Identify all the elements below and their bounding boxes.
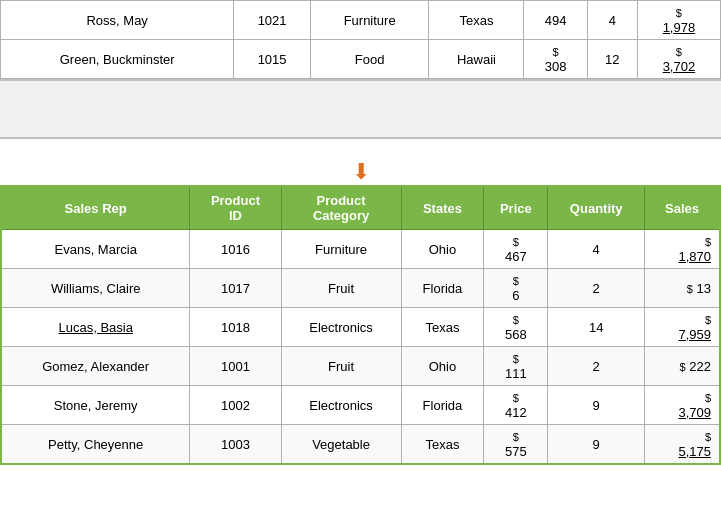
header-price: Price bbox=[484, 186, 548, 230]
state-cell: Ohio bbox=[401, 230, 484, 269]
header-product-id: ProductID bbox=[190, 186, 281, 230]
sales-cell: $ 13 bbox=[645, 269, 720, 308]
product-category-cell: Vegetable bbox=[281, 425, 401, 465]
table-row: Lucas, Basia1018ElectronicsTexas$56814$7… bbox=[1, 308, 720, 347]
price-cell: $308 bbox=[524, 40, 587, 79]
header-label-section bbox=[0, 139, 721, 157]
product-category-cell: Fruit bbox=[281, 347, 401, 386]
sales-rep-cell: Green, Buckminster bbox=[1, 40, 234, 79]
sales-cell: $1,870 bbox=[645, 230, 720, 269]
product-id-cell: 1003 bbox=[190, 425, 281, 465]
sales-cell: $5,175 bbox=[645, 425, 720, 465]
header-states: States bbox=[401, 186, 484, 230]
header-sales-rep: Sales Rep bbox=[1, 186, 190, 230]
price-cell: $111 bbox=[484, 347, 548, 386]
product-id-cell: 1016 bbox=[190, 230, 281, 269]
product-category-cell: Furniture bbox=[310, 1, 429, 40]
product-category-cell: Furniture bbox=[281, 230, 401, 269]
header-sales: Sales bbox=[645, 186, 720, 230]
state-cell: Texas bbox=[429, 1, 524, 40]
sales-rep-cell: Lucas, Basia bbox=[1, 308, 190, 347]
sales-cell: $3,709 bbox=[645, 386, 720, 425]
price-cell: $6 bbox=[484, 269, 548, 308]
arrow-down-icon: ⬇ bbox=[352, 159, 370, 184]
sales-cell: $7,959 bbox=[645, 308, 720, 347]
product-id-cell: 1015 bbox=[234, 40, 310, 79]
product-category-cell: Food bbox=[310, 40, 429, 79]
sales-rep-cell: Gomez, Alexander bbox=[1, 347, 190, 386]
arrow-container: ⬇ bbox=[0, 157, 721, 185]
header-row: Sales RepProductIDProductCategoryStatesP… bbox=[1, 186, 720, 230]
quantity-cell: 12 bbox=[587, 40, 637, 79]
sales-rep-cell: Evans, Marcia bbox=[1, 230, 190, 269]
state-cell: Florida bbox=[401, 386, 484, 425]
product-id-cell: 1001 bbox=[190, 347, 281, 386]
sales-cell: $1,978 bbox=[637, 1, 720, 40]
sales-rep-cell: Stone, Jeremy bbox=[1, 386, 190, 425]
top-section: Ross, May1021FurnitureTexas4944$1,978Gre… bbox=[0, 0, 721, 79]
sales-rep-cell: Ross, May bbox=[1, 1, 234, 40]
product-id-cell: 1018 bbox=[190, 308, 281, 347]
header-quantity: Quantity bbox=[548, 186, 645, 230]
table-row: Ross, May1021FurnitureTexas4944$1,978 bbox=[1, 1, 721, 40]
state-cell: Florida bbox=[401, 269, 484, 308]
quantity-cell: 9 bbox=[548, 425, 645, 465]
sales-cell: $ 222 bbox=[645, 347, 720, 386]
table-row: Stone, Jeremy1002ElectronicsFlorida$4129… bbox=[1, 386, 720, 425]
quantity-cell: 14 bbox=[548, 308, 645, 347]
table-row: Williams, Claire1017FruitFlorida$62$ 13 bbox=[1, 269, 720, 308]
table-row: Petty, Cheyenne1003VegetableTexas$5759$5… bbox=[1, 425, 720, 465]
quantity-cell: 2 bbox=[548, 347, 645, 386]
table-row: Green, Buckminster1015FoodHawaii$30812$3… bbox=[1, 40, 721, 79]
separator bbox=[0, 79, 721, 139]
price-cell: 494 bbox=[524, 1, 587, 40]
state-cell: Texas bbox=[401, 308, 484, 347]
sales-rep-cell: Petty, Cheyenne bbox=[1, 425, 190, 465]
state-cell: Texas bbox=[401, 425, 484, 465]
product-category-cell: Fruit bbox=[281, 269, 401, 308]
quantity-cell: 2 bbox=[548, 269, 645, 308]
main-table-container: Sales RepProductIDProductCategoryStatesP… bbox=[0, 185, 721, 465]
table-row: Gomez, Alexander1001FruitOhio$1112$ 222 bbox=[1, 347, 720, 386]
product-category-cell: Electronics bbox=[281, 308, 401, 347]
quantity-cell: 4 bbox=[587, 1, 637, 40]
sales-cell: $3,702 bbox=[637, 40, 720, 79]
quantity-cell: 4 bbox=[548, 230, 645, 269]
header-product-category: ProductCategory bbox=[281, 186, 401, 230]
sales-rep-cell: Williams, Claire bbox=[1, 269, 190, 308]
state-cell: Ohio bbox=[401, 347, 484, 386]
product-id-cell: 1017 bbox=[190, 269, 281, 308]
top-table: Ross, May1021FurnitureTexas4944$1,978Gre… bbox=[0, 0, 721, 79]
quantity-cell: 9 bbox=[548, 386, 645, 425]
table-row: Evans, Marcia1016FurnitureOhio$4674$1,87… bbox=[1, 230, 720, 269]
product-id-cell: 1002 bbox=[190, 386, 281, 425]
price-cell: $467 bbox=[484, 230, 548, 269]
main-table: Sales RepProductIDProductCategoryStatesP… bbox=[0, 185, 721, 465]
price-cell: $412 bbox=[484, 386, 548, 425]
state-cell: Hawaii bbox=[429, 40, 524, 79]
price-cell: $575 bbox=[484, 425, 548, 465]
price-cell: $568 bbox=[484, 308, 548, 347]
product-id-cell: 1021 bbox=[234, 1, 310, 40]
product-category-cell: Electronics bbox=[281, 386, 401, 425]
